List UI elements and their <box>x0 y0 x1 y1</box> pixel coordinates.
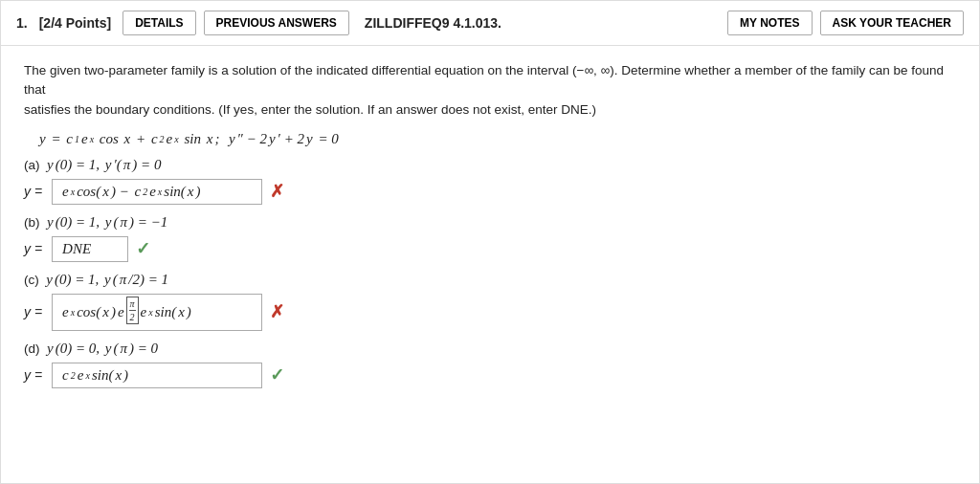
assignment-title: ZILLDIFFEQ9 4.1.013. <box>357 15 720 31</box>
part-b-label: (b) y(0) = 1, y(π) = −1 <box>24 214 956 231</box>
header-bar: 1. [2/4 Points] DETAILS PREVIOUS ANSWERS… <box>1 1 979 46</box>
part-b-answer-row: y = DNE ✓ <box>24 236 956 262</box>
part-c-answer-row: y = excos(x)eπ2exsin(x) ✗ <box>24 294 956 331</box>
part-a-answer-row: y = excos(x) − c2exsin(x) ✗ <box>24 179 956 205</box>
page-wrapper: 1. [2/4 Points] DETAILS PREVIOUS ANSWERS… <box>0 0 980 484</box>
header-right-buttons: MY NOTES ASK YOUR TEACHER <box>727 11 964 35</box>
details-button[interactable]: DETAILS <box>122 11 195 35</box>
main-equation: y = c1ex cos x + c2ex sin x; y″ − 2y′ + … <box>39 131 956 147</box>
previous-answers-button[interactable]: PREVIOUS ANSWERS <box>204 11 349 35</box>
part-b-answer-box[interactable]: DNE <box>52 236 128 262</box>
points-label: [2/4 Points] <box>39 15 111 31</box>
part-a-label: (a) y(0) = 1, y′(π) = 0 <box>24 157 956 173</box>
part-c-wrong-icon: ✗ <box>270 301 284 322</box>
description-line-1: The given two-parameter family is a solu… <box>24 63 944 97</box>
main-equation-text: y = c1ex cos x + c2ex sin x; y″ − 2y′ + … <box>39 131 339 147</box>
part-d-y-equals: y = <box>24 367 42 383</box>
my-notes-button[interactable]: MY NOTES <box>727 11 812 35</box>
part-b-correct-icon: ✓ <box>136 238 150 259</box>
content-area: The given two-parameter family is a solu… <box>1 46 979 419</box>
part-d-answer-content: c2exsin(x) <box>62 367 128 384</box>
part-c-answer-box[interactable]: excos(x)eπ2exsin(x) <box>52 294 262 331</box>
description-line-2: satisfies the boundary conditions. (If y… <box>24 102 596 117</box>
part-c-answer-content: excos(x)eπ2exsin(x) <box>62 298 191 326</box>
part-c-label: (c) y(0) = 1, y(π/2) = 1 <box>24 272 956 288</box>
part-d-correct-icon: ✓ <box>270 364 284 385</box>
part-a-y-equals: y = <box>24 184 42 199</box>
part-a-wrong-icon: ✗ <box>270 181 284 202</box>
ask-teacher-button[interactable]: ASK YOUR TEACHER <box>820 11 964 35</box>
part-c-y-equals: y = <box>24 304 42 319</box>
question-number: 1. <box>16 15 28 31</box>
part-d-label: (d) y(0) = 0, y(π) = 0 <box>24 341 956 357</box>
part-d-answer-box[interactable]: c2exsin(x) <box>52 363 262 388</box>
part-b-y-equals: y = <box>24 241 42 256</box>
part-a-answer-content: excos(x) − c2exsin(x) <box>62 184 200 200</box>
problem-description: The given two-parameter family is a solu… <box>24 61 956 120</box>
part-b-answer-content: DNE <box>62 241 91 257</box>
part-a-answer-box[interactable]: excos(x) − c2exsin(x) <box>52 179 262 205</box>
part-d-answer-row: y = c2exsin(x) ✓ <box>24 363 956 388</box>
